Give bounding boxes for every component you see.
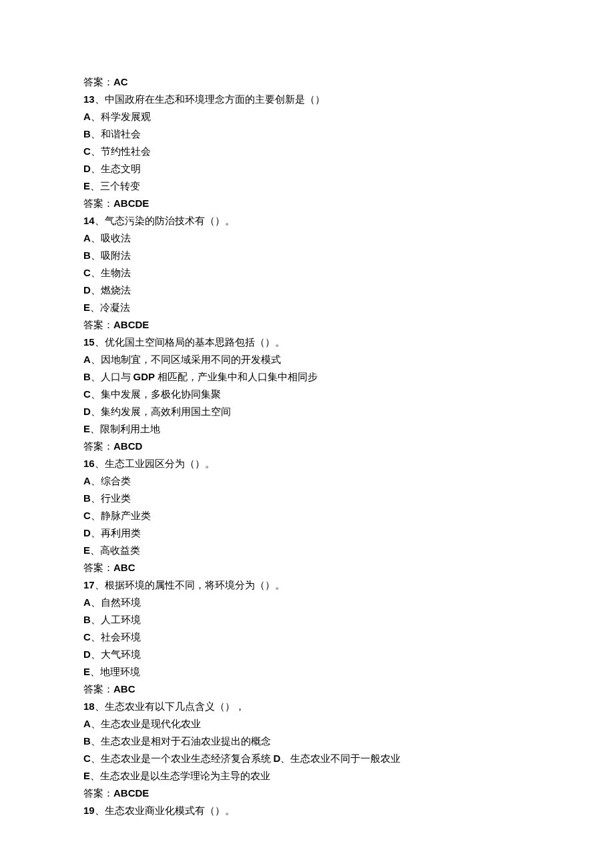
option: E、高收益类: [83, 542, 531, 559]
option-letter: E: [83, 666, 90, 677]
option-letter: B: [83, 735, 91, 747]
option-letter: E: [83, 423, 90, 434]
question-text: 、中国政府在生态和环境理念方面的主要创新是（）: [95, 94, 325, 105]
question-number: 18: [83, 701, 95, 712]
answer-value: ABCDE: [113, 197, 149, 209]
option-letter: A: [83, 354, 91, 365]
option-text: 、静脉产业类: [91, 510, 151, 521]
option-text: 、高收益类: [90, 545, 140, 556]
option-text: 、生态农业是相对于石油农业提出的概念: [91, 736, 271, 747]
option-letter: C: [83, 388, 91, 400]
option-text: 、生态文明: [91, 163, 141, 174]
option-text: 、社会环境: [91, 632, 141, 642]
option-letter: A: [83, 111, 91, 122]
question-number: 14: [83, 215, 95, 226]
question-stem: 13、中国政府在生态和环境理念方面的主要创新是（）: [83, 91, 531, 108]
option-text: 、冷凝法: [90, 302, 130, 313]
question-number: 19: [83, 805, 95, 816]
question-stem: 15、优化国土空间格局的基本思路包括（）。: [83, 334, 531, 351]
option: A、综合类: [83, 472, 531, 490]
option-letter: E: [83, 302, 90, 313]
option: D、生态文明: [83, 160, 531, 177]
option-text-post: 相匹配，产业集中和人口集中相同步: [155, 372, 318, 382]
option-letter: C: [83, 267, 91, 278]
option-text-pre: 、人口与: [91, 372, 133, 382]
option: D、集约发展，高效利用国土空间: [83, 403, 531, 420]
option-letter: D: [83, 648, 91, 660]
option-text: 、科学发展观: [91, 111, 151, 122]
option-letter: D: [83, 406, 91, 417]
option: E、冷凝法: [83, 299, 531, 316]
answer-label: 答案：: [83, 684, 113, 695]
question-stem: 19、生态农业商业化模式有（）。: [83, 802, 531, 819]
option-letter: B: [83, 250, 91, 261]
option-text: 、燃烧法: [91, 285, 131, 296]
option-text: 、大气环境: [91, 649, 141, 660]
question-text: 、根据环境的属性不同，将环境分为（）。: [95, 580, 285, 590]
option: C、社会环境: [83, 628, 531, 646]
document-page: 答案：AC 13、中国政府在生态和环境理念方面的主要创新是（） A、科学发展观 …: [0, 0, 614, 859]
option: B、人工环境: [83, 611, 531, 628]
question-stem: 16、生态工业园区分为（）。: [83, 455, 531, 472]
answer-label: 答案：: [83, 198, 113, 209]
option-letter: C: [83, 753, 91, 764]
option-text-post: 、生态农业不同于一般农业: [280, 753, 400, 764]
option-letter: A: [83, 596, 91, 608]
option: C、静脉产业类: [83, 507, 531, 524]
answer-label: 答案：: [83, 77, 113, 87]
question-text: 、生态农业有以下几点含义（），: [95, 701, 245, 712]
option: E、地理环境: [83, 663, 531, 681]
answer-line: 答案：AC: [83, 73, 531, 91]
option-text-pre: 、生态农业是一个农业生态经济复合系统: [91, 753, 274, 764]
option-text: 、节约性社会: [91, 146, 151, 157]
option-text: 、限制利用土地: [90, 424, 160, 434]
question-number: 16: [83, 458, 95, 469]
option-letter: A: [83, 718, 91, 729]
option: A、因地制宜，不同区域采用不同的开发模式: [83, 351, 531, 368]
option-text: 、地理环境: [90, 667, 140, 677]
option-text: 、和谐社会: [91, 129, 141, 139]
option-text: 、集约发展，高效利用国土空间: [91, 406, 231, 417]
option-letter: C: [83, 510, 91, 521]
option-letter: E: [83, 180, 90, 191]
option: C、生物法: [83, 264, 531, 282]
option: D、再利用类: [83, 524, 531, 542]
question-number: 17: [83, 579, 95, 590]
option: B、行业类: [83, 490, 531, 507]
answer-label: 答案：: [83, 788, 113, 799]
option: E、三个转变: [83, 177, 531, 195]
option-text: 、人工环境: [91, 614, 141, 625]
option-letter: D: [83, 527, 91, 538]
option-text: 、综合类: [91, 476, 131, 486]
option-text: 、三个转变: [90, 181, 140, 191]
option-text: 、生态农业是以生态学理论为主导的农业: [90, 771, 270, 781]
option: E、生态农业是以生态学理论为主导的农业: [83, 767, 531, 785]
question-text: 、生态工业园区分为（）。: [95, 458, 215, 469]
option-text: 、吸附法: [91, 250, 131, 261]
question-stem: 18、生态农业有以下几点含义（），: [83, 698, 531, 715]
answer-line: 答案：ABC: [83, 681, 531, 698]
option: C、集中发展，多极化协同集聚: [83, 386, 531, 403]
answer-line: 答案：ABCDE: [83, 195, 531, 212]
option-text: 、因地制宜，不同区域采用不同的开发模式: [91, 354, 281, 365]
answer-value: ABC: [113, 683, 135, 695]
answer-value: ABCDE: [113, 319, 149, 330]
answer-label: 答案：: [83, 320, 113, 330]
option: E、限制利用土地: [83, 420, 531, 438]
option: B、生态农业是相对于石油农业提出的概念: [83, 733, 531, 750]
answer-value: AC: [113, 76, 128, 87]
option-text: 、行业类: [91, 493, 131, 504]
option-text: 、再利用类: [91, 528, 141, 538]
answer-value: ABCD: [113, 440, 142, 452]
option: C、节约性社会: [83, 143, 531, 160]
option-letter: E: [83, 544, 90, 556]
option: A、科学发展观: [83, 108, 531, 125]
option-letter: B: [83, 614, 91, 625]
option: A、自然环境: [83, 594, 531, 611]
question-text: 、气态污染的防治技术有（）。: [95, 215, 235, 226]
option-letter: B: [83, 492, 91, 504]
answer-line: 答案：ABCDE: [83, 316, 531, 334]
option-text: 、生态农业是现代化农业: [91, 719, 201, 729]
option-letter: E: [83, 770, 90, 781]
answer-value: ABCDE: [113, 787, 149, 799]
